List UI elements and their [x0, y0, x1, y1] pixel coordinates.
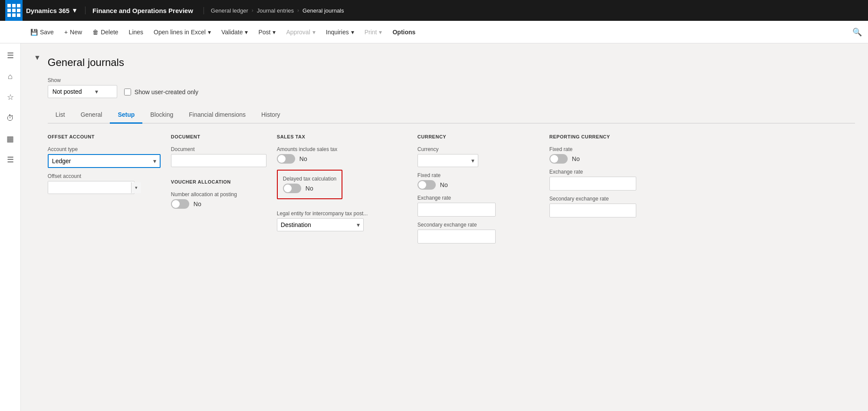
amounts-include-toggle-row: No	[277, 154, 407, 164]
tab-history[interactable]: History	[253, 107, 288, 124]
inquiries-chevron-icon: ▾	[351, 29, 354, 36]
amounts-include-toggle[interactable]	[277, 154, 295, 164]
currency-section: CURRENCY Currency ▾ Fixed rate	[418, 134, 539, 243]
sidebar-item-hamburger[interactable]: ☰	[2, 47, 19, 64]
show-dropdown[interactable]: Not posted ▾	[48, 85, 117, 98]
sidebar-item-workspaces[interactable]: ▦	[2, 130, 19, 148]
number-allocation-toggle[interactable]	[171, 199, 189, 209]
exchange-rate-input[interactable]	[418, 203, 496, 217]
number-allocation-value: No	[194, 201, 201, 207]
secondary-exchange-rate-input[interactable]	[418, 230, 496, 243]
show-filter-row: Show Not posted ▾ Show user-created only	[48, 77, 855, 98]
top-navigation: Dynamics 365 ▾ Finance and Operations Pr…	[0, 0, 868, 21]
breadcrumb: General ledger › Journal entries › Gener…	[211, 7, 863, 14]
breadcrumb-sep-2: ›	[297, 7, 299, 13]
offset-account-input[interactable]	[48, 181, 131, 194]
tab-list[interactable]: List	[48, 107, 73, 124]
tab-general[interactable]: General	[73, 107, 110, 124]
reporting-currency-section: REPORTING CURRENCY Fixed rate No Exchang…	[549, 134, 688, 243]
apps-button[interactable]	[5, 0, 23, 21]
show-user-created-row: Show user-created only	[124, 89, 198, 95]
offset-account-label: Offset account	[48, 173, 161, 179]
currency-fixed-rate-toggle-row: No	[418, 180, 539, 190]
reporting-secondary-exchange-rate-input[interactable]	[549, 204, 636, 217]
legal-entity-dropdown[interactable]: Destination ▾	[277, 218, 364, 231]
show-dropdown-value: Not posted	[53, 88, 82, 95]
reporting-fixed-rate-value: No	[572, 155, 580, 162]
delete-icon: 🗑	[92, 29, 99, 36]
sidebar-item-recent[interactable]: ⏱	[2, 109, 19, 127]
legal-entity-value: Destination	[281, 221, 311, 228]
legal-entity-label: Legal entity for intercompany tax post..…	[277, 210, 407, 217]
toolbar: 💾 Save + New 🗑 Delete Lines Open lines i…	[0, 21, 868, 43]
sidebar: ☰ ⌂ ☆ ⏱ ▦ ☰	[0, 43, 21, 411]
offset-account-field[interactable]: ▾	[48, 181, 135, 194]
open-lines-excel-button[interactable]: Open lines in Excel ▾	[149, 26, 215, 38]
app-name: Finance and Operations Preview	[92, 7, 204, 14]
legal-entity-chevron-icon: ▾	[357, 221, 360, 228]
sales-tax-header: SALES TAX	[277, 134, 407, 139]
breadcrumb-item-2[interactable]: Journal entries	[257, 7, 294, 14]
sidebar-item-modules[interactable]: ☰	[2, 151, 19, 168]
tabs: List General Setup Blocking Financial di…	[48, 107, 855, 124]
reporting-exchange-rate-label: Exchange rate	[549, 169, 688, 175]
open-lines-chevron-icon: ▾	[208, 29, 211, 36]
reporting-fixed-rate-toggle[interactable]	[549, 154, 568, 164]
reporting-fixed-rate-label: Fixed rate	[549, 146, 688, 152]
validate-button[interactable]: Validate ▾	[217, 26, 253, 38]
print-button[interactable]: Print ▾	[360, 26, 387, 38]
approval-button[interactable]: Approval ▾	[282, 26, 319, 38]
number-allocation-label: Number allocation at posting	[171, 191, 266, 197]
search-button[interactable]: 🔍	[850, 25, 865, 39]
setup-content: OFFSET ACCOUNT Account type Ledger ▾ Off…	[48, 134, 855, 243]
currency-fixed-rate-label: Fixed rate	[418, 172, 539, 178]
save-icon: 💾	[30, 29, 38, 36]
show-user-created-checkbox[interactable]	[124, 89, 131, 95]
tab-financial-dimensions[interactable]: Financial dimensions	[181, 107, 253, 124]
offset-account-header: OFFSET ACCOUNT	[48, 134, 161, 139]
delayed-tax-toggle[interactable]	[283, 184, 301, 193]
save-button[interactable]: 💾 Save	[26, 26, 58, 38]
account-type-label: Account type	[48, 146, 161, 152]
lines-button[interactable]: Lines	[125, 26, 148, 38]
new-button[interactable]: + New	[60, 26, 86, 38]
show-user-created-label: Show user-created only	[135, 89, 198, 95]
sidebar-item-favorites[interactable]: ☆	[2, 89, 19, 106]
main-layout: ☰ ⌂ ☆ ⏱ ▦ ☰ ▼ General journals Show Not …	[0, 43, 868, 411]
reporting-secondary-exchange-rate-label: Secondary exchange rate	[549, 196, 688, 202]
approval-chevron-icon: ▾	[312, 29, 316, 36]
reporting-exchange-rate-input[interactable]	[549, 177, 636, 191]
voucher-allocation-header: VOUCHER ALLOCATION	[171, 179, 266, 184]
document-input[interactable]	[171, 154, 266, 167]
currency-dropdown[interactable]: ▾	[418, 154, 478, 167]
currency-chevron-icon: ▾	[471, 157, 474, 164]
currency-fixed-rate-toggle[interactable]	[418, 180, 436, 190]
delayed-tax-highlight-box: Delayed tax calculation No	[277, 170, 342, 199]
inquiries-button[interactable]: Inquiries ▾	[322, 26, 358, 38]
brand-label: Dynamics 365	[26, 7, 69, 14]
filter-icon[interactable]: ▼	[34, 54, 41, 61]
account-type-dropdown[interactable]: Ledger ▾	[48, 154, 161, 168]
brand-name[interactable]: Dynamics 365 ▾	[26, 7, 85, 14]
breadcrumb-item-1[interactable]: General ledger	[211, 7, 248, 14]
breadcrumb-item-3: General journals	[302, 7, 344, 14]
validate-chevron-icon: ▾	[245, 29, 248, 36]
currency-label: Currency	[418, 146, 539, 152]
amounts-include-value: No	[299, 155, 307, 162]
offset-account-expand-icon[interactable]: ▾	[131, 182, 141, 193]
tab-blocking[interactable]: Blocking	[142, 107, 181, 124]
account-type-value: Ledger	[52, 158, 71, 164]
page-title: General journals	[48, 56, 855, 69]
exchange-rate-label: Exchange rate	[418, 195, 539, 201]
sidebar-item-home[interactable]: ⌂	[2, 68, 19, 85]
new-icon: +	[64, 29, 68, 36]
tab-setup[interactable]: Setup	[110, 107, 142, 124]
post-button[interactable]: Post ▾	[254, 26, 280, 38]
secondary-exchange-rate-label: Secondary exchange rate	[418, 222, 539, 228]
options-button[interactable]: Options	[388, 26, 420, 38]
document-section: DOCUMENT Document VOUCHER ALLOCATION Num…	[171, 134, 266, 243]
print-chevron-icon: ▾	[379, 29, 382, 36]
number-allocation-toggle-row: No	[171, 199, 266, 209]
delete-button[interactable]: 🗑 Delete	[88, 26, 122, 38]
reporting-fixed-rate-toggle-row: No	[549, 154, 688, 164]
